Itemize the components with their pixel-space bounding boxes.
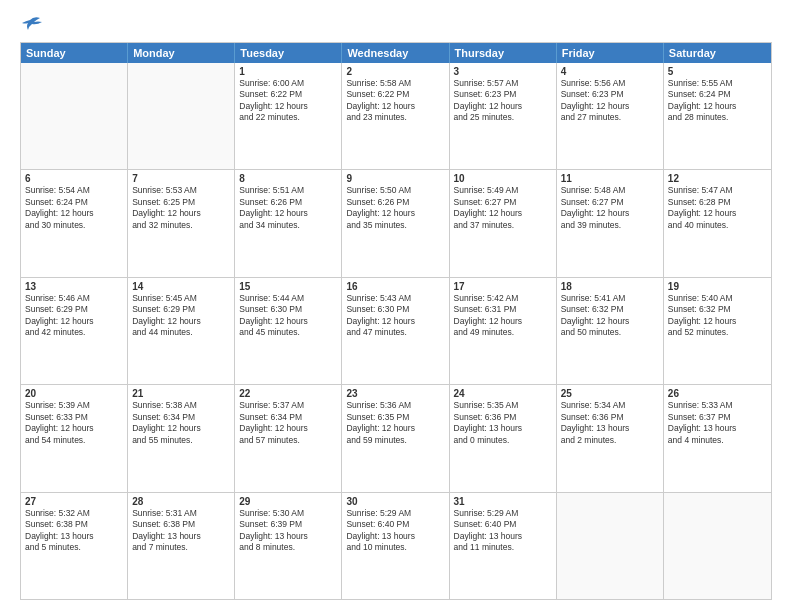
- day-number: 31: [454, 496, 552, 507]
- day-info: Sunrise: 5:42 AM Sunset: 6:31 PM Dayligh…: [454, 293, 552, 339]
- day-number: 11: [561, 173, 659, 184]
- day-number: 17: [454, 281, 552, 292]
- day-number: 14: [132, 281, 230, 292]
- day-number: 29: [239, 496, 337, 507]
- header-day-friday: Friday: [557, 43, 664, 63]
- header-day-tuesday: Tuesday: [235, 43, 342, 63]
- day-info: Sunrise: 5:57 AM Sunset: 6:23 PM Dayligh…: [454, 78, 552, 124]
- day-number: 24: [454, 388, 552, 399]
- calendar-day-6: 6Sunrise: 5:54 AM Sunset: 6:24 PM Daylig…: [21, 170, 128, 276]
- header-day-wednesday: Wednesday: [342, 43, 449, 63]
- day-number: 4: [561, 66, 659, 77]
- calendar-day-2: 2Sunrise: 5:58 AM Sunset: 6:22 PM Daylig…: [342, 63, 449, 169]
- day-info: Sunrise: 5:37 AM Sunset: 6:34 PM Dayligh…: [239, 400, 337, 446]
- calendar-day-empty: [664, 493, 771, 599]
- day-info: Sunrise: 5:55 AM Sunset: 6:24 PM Dayligh…: [668, 78, 767, 124]
- day-number: 1: [239, 66, 337, 77]
- day-info: Sunrise: 5:39 AM Sunset: 6:33 PM Dayligh…: [25, 400, 123, 446]
- day-info: Sunrise: 5:35 AM Sunset: 6:36 PM Dayligh…: [454, 400, 552, 446]
- header: [20, 16, 772, 34]
- calendar-day-13: 13Sunrise: 5:46 AM Sunset: 6:29 PM Dayli…: [21, 278, 128, 384]
- calendar-day-28: 28Sunrise: 5:31 AM Sunset: 6:38 PM Dayli…: [128, 493, 235, 599]
- calendar-day-18: 18Sunrise: 5:41 AM Sunset: 6:32 PM Dayli…: [557, 278, 664, 384]
- logo: [20, 16, 44, 34]
- day-number: 19: [668, 281, 767, 292]
- day-number: 3: [454, 66, 552, 77]
- day-number: 16: [346, 281, 444, 292]
- day-info: Sunrise: 6:00 AM Sunset: 6:22 PM Dayligh…: [239, 78, 337, 124]
- day-info: Sunrise: 5:46 AM Sunset: 6:29 PM Dayligh…: [25, 293, 123, 339]
- day-number: 8: [239, 173, 337, 184]
- day-number: 6: [25, 173, 123, 184]
- calendar-day-24: 24Sunrise: 5:35 AM Sunset: 6:36 PM Dayli…: [450, 385, 557, 491]
- day-number: 23: [346, 388, 444, 399]
- calendar-day-12: 12Sunrise: 5:47 AM Sunset: 6:28 PM Dayli…: [664, 170, 771, 276]
- calendar-row-4: 20Sunrise: 5:39 AM Sunset: 6:33 PM Dayli…: [21, 384, 771, 491]
- calendar-day-31: 31Sunrise: 5:29 AM Sunset: 6:40 PM Dayli…: [450, 493, 557, 599]
- calendar-day-empty: [557, 493, 664, 599]
- day-number: 27: [25, 496, 123, 507]
- calendar-day-1: 1Sunrise: 6:00 AM Sunset: 6:22 PM Daylig…: [235, 63, 342, 169]
- day-number: 20: [25, 388, 123, 399]
- header-day-thursday: Thursday: [450, 43, 557, 63]
- logo-bird-icon: [22, 16, 44, 34]
- day-info: Sunrise: 5:40 AM Sunset: 6:32 PM Dayligh…: [668, 293, 767, 339]
- day-number: 15: [239, 281, 337, 292]
- calendar: SundayMondayTuesdayWednesdayThursdayFrid…: [20, 42, 772, 600]
- day-info: Sunrise: 5:30 AM Sunset: 6:39 PM Dayligh…: [239, 508, 337, 554]
- day-info: Sunrise: 5:58 AM Sunset: 6:22 PM Dayligh…: [346, 78, 444, 124]
- calendar-day-14: 14Sunrise: 5:45 AM Sunset: 6:29 PM Dayli…: [128, 278, 235, 384]
- calendar-day-25: 25Sunrise: 5:34 AM Sunset: 6:36 PM Dayli…: [557, 385, 664, 491]
- page: SundayMondayTuesdayWednesdayThursdayFrid…: [0, 0, 792, 612]
- calendar-body: 1Sunrise: 6:00 AM Sunset: 6:22 PM Daylig…: [21, 63, 771, 599]
- calendar-row-2: 6Sunrise: 5:54 AM Sunset: 6:24 PM Daylig…: [21, 169, 771, 276]
- day-number: 2: [346, 66, 444, 77]
- calendar-day-15: 15Sunrise: 5:44 AM Sunset: 6:30 PM Dayli…: [235, 278, 342, 384]
- calendar-day-23: 23Sunrise: 5:36 AM Sunset: 6:35 PM Dayli…: [342, 385, 449, 491]
- calendar-day-4: 4Sunrise: 5:56 AM Sunset: 6:23 PM Daylig…: [557, 63, 664, 169]
- day-number: 7: [132, 173, 230, 184]
- day-number: 26: [668, 388, 767, 399]
- day-number: 18: [561, 281, 659, 292]
- day-info: Sunrise: 5:44 AM Sunset: 6:30 PM Dayligh…: [239, 293, 337, 339]
- day-info: Sunrise: 5:50 AM Sunset: 6:26 PM Dayligh…: [346, 185, 444, 231]
- calendar-day-8: 8Sunrise: 5:51 AM Sunset: 6:26 PM Daylig…: [235, 170, 342, 276]
- calendar-day-20: 20Sunrise: 5:39 AM Sunset: 6:33 PM Dayli…: [21, 385, 128, 491]
- calendar-day-21: 21Sunrise: 5:38 AM Sunset: 6:34 PM Dayli…: [128, 385, 235, 491]
- calendar-day-16: 16Sunrise: 5:43 AM Sunset: 6:30 PM Dayli…: [342, 278, 449, 384]
- calendar-day-3: 3Sunrise: 5:57 AM Sunset: 6:23 PM Daylig…: [450, 63, 557, 169]
- header-day-sunday: Sunday: [21, 43, 128, 63]
- calendar-day-11: 11Sunrise: 5:48 AM Sunset: 6:27 PM Dayli…: [557, 170, 664, 276]
- day-number: 30: [346, 496, 444, 507]
- day-info: Sunrise: 5:33 AM Sunset: 6:37 PM Dayligh…: [668, 400, 767, 446]
- calendar-row-5: 27Sunrise: 5:32 AM Sunset: 6:38 PM Dayli…: [21, 492, 771, 599]
- calendar-header: SundayMondayTuesdayWednesdayThursdayFrid…: [21, 43, 771, 63]
- header-day-monday: Monday: [128, 43, 235, 63]
- calendar-day-29: 29Sunrise: 5:30 AM Sunset: 6:39 PM Dayli…: [235, 493, 342, 599]
- header-day-saturday: Saturday: [664, 43, 771, 63]
- calendar-day-26: 26Sunrise: 5:33 AM Sunset: 6:37 PM Dayli…: [664, 385, 771, 491]
- calendar-day-5: 5Sunrise: 5:55 AM Sunset: 6:24 PM Daylig…: [664, 63, 771, 169]
- day-number: 9: [346, 173, 444, 184]
- day-info: Sunrise: 5:56 AM Sunset: 6:23 PM Dayligh…: [561, 78, 659, 124]
- day-info: Sunrise: 5:38 AM Sunset: 6:34 PM Dayligh…: [132, 400, 230, 446]
- day-info: Sunrise: 5:45 AM Sunset: 6:29 PM Dayligh…: [132, 293, 230, 339]
- calendar-day-17: 17Sunrise: 5:42 AM Sunset: 6:31 PM Dayli…: [450, 278, 557, 384]
- calendar-day-10: 10Sunrise: 5:49 AM Sunset: 6:27 PM Dayli…: [450, 170, 557, 276]
- day-number: 5: [668, 66, 767, 77]
- day-info: Sunrise: 5:51 AM Sunset: 6:26 PM Dayligh…: [239, 185, 337, 231]
- day-number: 21: [132, 388, 230, 399]
- day-info: Sunrise: 5:41 AM Sunset: 6:32 PM Dayligh…: [561, 293, 659, 339]
- day-info: Sunrise: 5:32 AM Sunset: 6:38 PM Dayligh…: [25, 508, 123, 554]
- calendar-day-empty: [21, 63, 128, 169]
- calendar-day-27: 27Sunrise: 5:32 AM Sunset: 6:38 PM Dayli…: [21, 493, 128, 599]
- day-number: 12: [668, 173, 767, 184]
- day-info: Sunrise: 5:43 AM Sunset: 6:30 PM Dayligh…: [346, 293, 444, 339]
- calendar-day-9: 9Sunrise: 5:50 AM Sunset: 6:26 PM Daylig…: [342, 170, 449, 276]
- day-info: Sunrise: 5:48 AM Sunset: 6:27 PM Dayligh…: [561, 185, 659, 231]
- calendar-day-empty: [128, 63, 235, 169]
- calendar-day-22: 22Sunrise: 5:37 AM Sunset: 6:34 PM Dayli…: [235, 385, 342, 491]
- day-info: Sunrise: 5:49 AM Sunset: 6:27 PM Dayligh…: [454, 185, 552, 231]
- day-number: 10: [454, 173, 552, 184]
- day-number: 28: [132, 496, 230, 507]
